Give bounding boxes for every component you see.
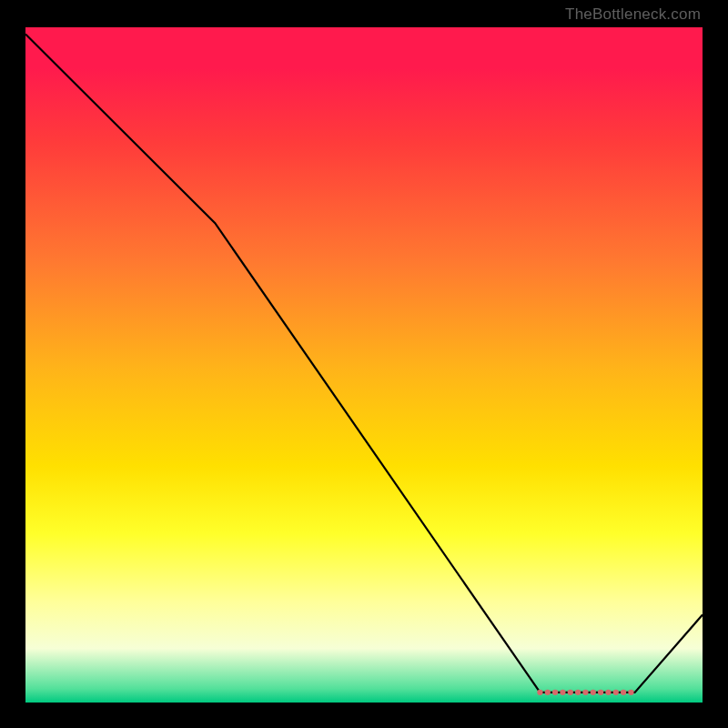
data-marker	[552, 690, 558, 695]
data-marker	[598, 690, 603, 695]
data-marker	[628, 690, 633, 695]
attribution-text: TheBottleneck.com	[565, 5, 701, 24]
data-marker	[575, 690, 581, 695]
data-marker	[560, 690, 565, 695]
line-chart-svg	[25, 27, 703, 703]
data-marker	[621, 690, 626, 695]
data-marker	[545, 690, 551, 695]
series-line	[25, 34, 703, 692]
data-marker	[591, 690, 596, 695]
chart-container: TheBottleneck.com	[0, 0, 728, 728]
data-marker	[582, 690, 588, 695]
data-marker	[568, 690, 573, 695]
data-marker	[537, 690, 542, 695]
data-marker	[605, 690, 611, 695]
data-marker	[613, 690, 619, 695]
